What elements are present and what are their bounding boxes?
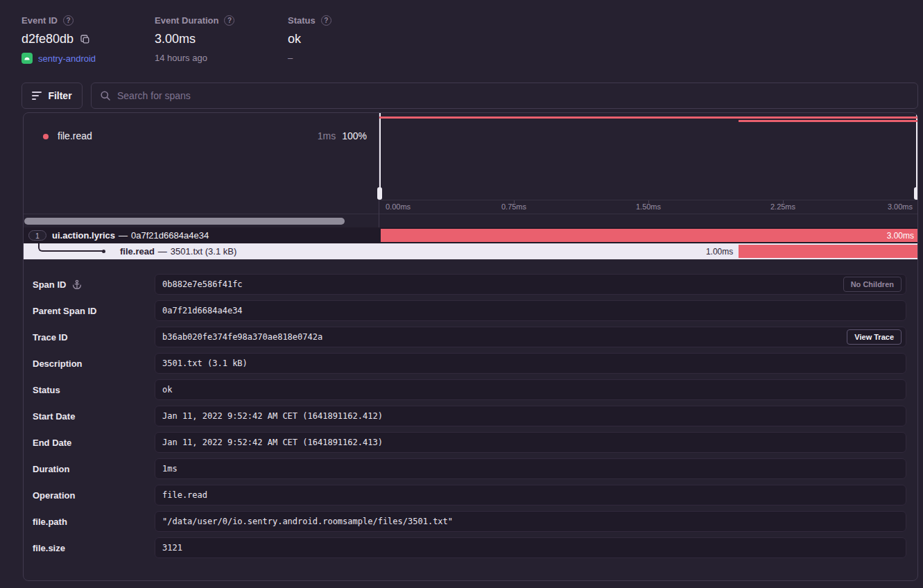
operation-percent: 100% [342,130,367,141]
android-project-icon [21,53,33,64]
span-row-parent[interactable]: 1 ui.action.lyrics — 0a7f21d6684a4e34 3.… [24,227,917,243]
detail-value-box: 0b882e7e586f41fcNo Children [155,274,906,295]
span-detail-page: { "header": { "event": { "label": "Event… [0,0,923,588]
viewport-left-handle[interactable] [377,187,382,200]
detail-value-box: 1ms [155,458,906,479]
view-trace-button[interactable]: View Trace [847,329,902,345]
detail-row: Span ID0b882e7e586f41fcNo Children [33,274,906,295]
filter-icon [32,92,42,100]
event-duration-value: 3.00ms [155,32,196,46]
detail-label: Span ID [33,279,155,290]
operation-duration: 1ms [318,130,336,141]
axis-footer [379,214,917,227]
detail-value: 0a7f21d6684a4e34 [162,306,902,315]
detail-label-text: Trace ID [33,332,68,343]
span-details-rows: Span ID0b882e7e586f41fcNo ChildrenParent… [24,259,917,558]
parent-span-bar[interactable]: 3.00ms [381,229,917,242]
status-secondary: – [288,53,293,63]
tree-connector-line [38,243,103,252]
horizontal-scrollbar [24,214,379,227]
event-duration-label: Event Duration [155,15,218,26]
detail-value: "/data/user/0/io.sentry.android.roomsamp… [162,517,902,526]
detail-row: Description3501.txt (3.1 kB) [33,353,906,374]
anchor-icon[interactable] [72,279,82,289]
detail-label-text: Status [33,385,60,395]
detail-value-box: b36ab020fe374fe98a370ae818e0742aView Tra… [155,327,906,347]
operation-name: file.read [58,130,92,141]
time-axis: 0.00ms0.75ms1.50ms2.25ms3.00ms [379,200,917,214]
detail-value: 0b882e7e586f41fc [162,279,843,289]
span-description: 3501.txt (3.1 kB) [171,246,236,257]
span-operation: ui.action.lyrics [52,230,115,241]
help-icon[interactable]: ? [321,15,331,26]
detail-value-box: ok [155,379,906,400]
detail-label-text: Start Date [33,411,75,422]
minimap-span-line [379,116,917,119]
span-separator: — [158,246,167,257]
copy-icon[interactable] [80,34,90,44]
detail-label: Start Date [33,411,155,422]
minimap-area: 0.00ms0.75ms1.50ms2.25ms3.00ms [379,113,917,227]
event-id-value: d2fe80db [21,32,74,46]
detail-row: file.size3121 [33,537,906,558]
detail-label-text: Duration [33,464,69,474]
scrollbar-thumb[interactable] [24,218,345,225]
event-duration-column: Event Duration ? 3.00ms 14 hours ago [155,15,234,63]
span-description: 0a7f21d6684a4e34 [131,230,209,241]
detail-row: file.path"/data/user/0/io.sentry.android… [33,511,906,532]
filter-button-label: Filter [48,90,71,101]
detail-value: Jan 11, 2022 9:52:42 AM CET (1641891162.… [162,438,902,447]
children-count-pill[interactable]: 1 [28,230,46,241]
detail-label: Trace ID [33,332,155,343]
detail-label: Parent Span ID [33,306,155,316]
operations-breakdown: file.read 1ms 100% [24,113,379,227]
child-span-bar[interactable] [739,245,917,258]
detail-row: Trace IDb36ab020fe374fe98a370ae818e0742a… [33,327,906,347]
detail-label-text: file.path [33,517,67,527]
detail-row: Duration1ms [33,458,906,479]
detail-label-text: Operation [33,490,75,501]
detail-row: Start DateJan 11, 2022 9:52:42 AM CET (1… [33,406,906,426]
detail-label-text: file.size [33,543,65,553]
detail-label: Description [33,358,155,369]
axis-tick [783,200,784,203]
project-link[interactable]: sentry-android [38,53,96,64]
minimap-span-line [739,120,917,122]
search-input[interactable] [117,90,909,101]
detail-label: Status [33,385,155,395]
detail-value: Jan 11, 2022 9:52:42 AM CET (1641891162.… [162,411,902,421]
span-search [91,83,918,109]
detail-value: ok [162,385,902,395]
operation-legend-row[interactable]: file.read 1ms 100% [24,113,379,214]
operation-color-dot [43,134,49,139]
span-duration-label: 3.00ms [887,231,917,241]
detail-label: End Date [33,438,155,448]
detail-value: 3501.txt (3.1 kB) [162,358,902,368]
detail-label: Operation [33,490,155,501]
detail-row: End DateJan 11, 2022 9:52:42 AM CET (164… [33,432,906,453]
minimap[interactable] [379,113,917,200]
detail-value-box: 3501.txt (3.1 kB) [155,353,906,374]
event-id-label: Event ID [21,15,58,26]
event-id-column: Event ID ? d2fe80db sentry-android [21,15,96,64]
viewport-right-handle[interactable] [914,187,918,200]
detail-label-text: Parent Span ID [33,306,96,316]
no-children-button[interactable]: No Children [843,277,902,292]
axis-label: 0.00ms [386,200,411,213]
search-icon [100,90,111,101]
status-label: Status [288,15,316,26]
filter-button[interactable]: Filter [21,83,83,109]
status-column: Status ? ok – [288,15,331,63]
help-icon[interactable]: ? [224,15,234,26]
detail-value: 3121 [162,543,902,553]
span-separator: — [119,230,128,241]
span-bar-track: 3.00ms [381,227,917,243]
viewport-left-line [379,113,381,199]
detail-row: Operationfile.read [33,485,906,505]
axis-label: 3.00ms [888,200,913,213]
detail-value: file.read [162,490,902,500]
help-icon[interactable]: ? [63,15,74,26]
spans-toolbar: Filter [21,83,918,109]
span-row-selected[interactable]: file.read — 3501.txt (3.1 kB) 1.00ms [24,243,917,259]
trace-view-panel: file.read 1ms 100% 0.00ms0.75ms1.50ms2.2… [23,112,918,581]
